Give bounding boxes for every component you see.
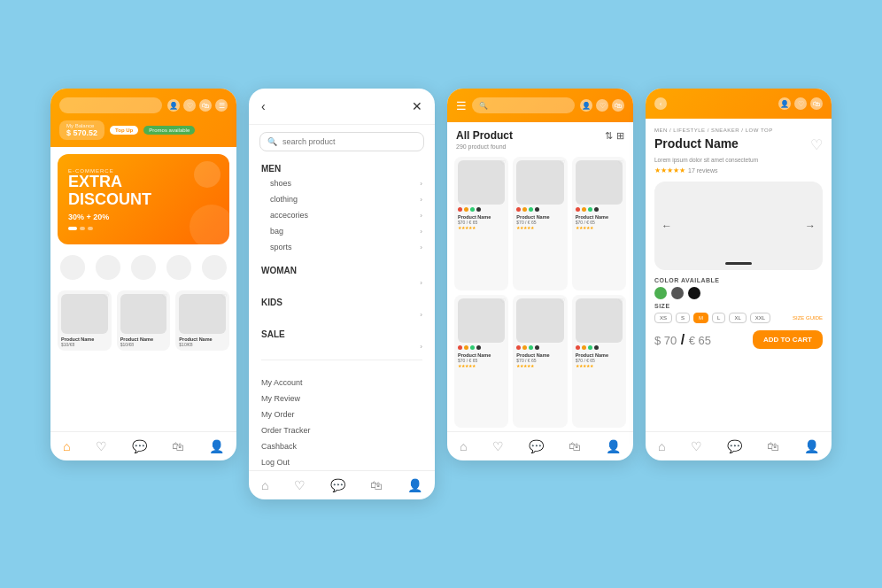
nav-chat[interactable]: 💬 xyxy=(529,439,544,453)
nav-cart[interactable]: 🛍 xyxy=(172,439,184,453)
back-button[interactable]: ‹ xyxy=(261,99,266,113)
cart-icon[interactable]: 🛍 xyxy=(612,99,624,112)
color-label: COLOR AVAILABLE xyxy=(654,277,823,283)
cat-icon[interactable] xyxy=(166,255,191,280)
product-card[interactable]: ♡ Product Name $70 / € 65 ★★★★★ xyxy=(454,157,508,290)
wishlist-button[interactable]: ♡ xyxy=(104,293,109,300)
wishlist-button[interactable]: ♡ xyxy=(500,159,506,166)
heart-icon[interactable]: ♡ xyxy=(794,97,807,110)
nav-profile[interactable]: 👤 xyxy=(407,478,422,492)
menu-btn[interactable]: ☰ xyxy=(456,99,467,112)
menu-item-shoes[interactable]: shoes› xyxy=(261,175,422,191)
wishlist-button[interactable]: ♡ xyxy=(162,293,167,300)
wishlist-button[interactable]: ♡ xyxy=(618,298,623,305)
nav-profile[interactable]: 👤 xyxy=(606,439,621,453)
dot-2 xyxy=(80,227,85,230)
size-l[interactable]: L xyxy=(712,313,725,323)
product-image xyxy=(179,294,226,334)
prev-image-button[interactable]: ← xyxy=(662,220,672,232)
nav-chat[interactable]: 💬 xyxy=(330,478,345,492)
nav-cart[interactable]: 🛍 xyxy=(370,478,383,492)
product-image xyxy=(516,298,563,343)
cart-icon[interactable]: 🛍 xyxy=(199,99,212,112)
cat-icon[interactable] xyxy=(131,255,156,280)
nav-wishlist[interactable]: ♡ xyxy=(492,439,504,453)
cart-icon[interactable]: 🛍 xyxy=(810,97,823,110)
wishlist-button[interactable]: ♡ xyxy=(221,293,227,300)
back-button[interactable]: ‹ xyxy=(654,97,667,110)
color-swatch-black[interactable] xyxy=(688,287,700,299)
user-icon[interactable]: 👤 xyxy=(778,97,791,110)
cat-icon[interactable] xyxy=(60,255,85,280)
nav-profile[interactable]: 👤 xyxy=(209,439,224,453)
heart-icon[interactable]: ♡ xyxy=(596,99,608,112)
product-card[interactable]: ♡ Product Name $10/€8 xyxy=(58,290,112,351)
size-xl[interactable]: XL xyxy=(729,313,746,323)
search-input[interactable] xyxy=(282,137,416,146)
nav-profile[interactable]: 👤 xyxy=(804,439,819,453)
nav-home[interactable]: ⌂ xyxy=(658,439,665,453)
size-guide-link[interactable]: SIZE GUIDE xyxy=(793,315,823,321)
wishlist-button[interactable]: ♡ xyxy=(810,136,823,153)
wishlist-button[interactable]: ♡ xyxy=(618,159,623,166)
user-icon[interactable]: 👤 xyxy=(580,99,592,112)
color-dot xyxy=(516,207,521,212)
color-swatch-gray[interactable] xyxy=(671,287,684,299)
link-my-review[interactable]: My Review xyxy=(261,391,422,406)
cat-icon[interactable] xyxy=(202,255,227,280)
product-card[interactable]: ♡ Product Name $10/€8 xyxy=(117,290,171,351)
size-m[interactable]: M xyxy=(693,313,708,323)
filter-icon[interactable]: ⊞ xyxy=(616,130,624,142)
close-button[interactable]: ✕ xyxy=(412,99,422,113)
size-s[interactable]: S xyxy=(676,313,690,323)
nav-chat[interactable]: 💬 xyxy=(727,439,742,453)
product-card[interactable]: ♡ Product Name $70 / € 65 ★★★★★ xyxy=(572,157,626,290)
size-xxl[interactable]: XXL xyxy=(750,313,770,323)
heart-icon[interactable]: ♡ xyxy=(183,99,196,112)
menu-item-kids[interactable]: › xyxy=(249,309,435,321)
top-up-button[interactable]: Top Up xyxy=(110,126,138,135)
link-my-account[interactable]: My Account xyxy=(261,375,422,391)
menu-item-woman[interactable]: › xyxy=(249,277,435,289)
cat-icon[interactable] xyxy=(96,255,120,280)
nav-cart[interactable]: 🛍 xyxy=(767,439,779,453)
nav-home[interactable]: ⌂ xyxy=(261,478,268,492)
menu-icon[interactable]: ☰ xyxy=(215,99,228,112)
product-card[interactable]: ♡ Product Name $70 / € 65 ★★★★★ xyxy=(513,157,567,290)
all-product-search[interactable]: 🔍 xyxy=(472,97,575,113)
menu-item-bag[interactable]: bag› xyxy=(261,223,422,239)
nav-home[interactable]: ⌂ xyxy=(460,439,467,453)
home-search-bar[interactable] xyxy=(59,97,162,113)
wishlist-button[interactable]: ♡ xyxy=(560,298,565,305)
wishlist-button[interactable]: ♡ xyxy=(560,159,565,166)
menu-item-accessories[interactable]: accecories› xyxy=(261,207,422,223)
sort-icon[interactable]: ⇅ xyxy=(605,130,613,142)
next-image-button[interactable]: → xyxy=(805,220,816,232)
link-logout[interactable]: Log Out xyxy=(261,454,422,470)
nav-cart[interactable]: 🛍 xyxy=(569,439,581,453)
link-order-tracker[interactable]: Order Tracker xyxy=(261,422,422,438)
product-card[interactable]: ♡ Product Name $70 / € 65 ★★★★★ xyxy=(454,295,508,429)
size-xs[interactable]: XS xyxy=(654,313,672,323)
color-options xyxy=(576,207,623,212)
color-swatch-green[interactable] xyxy=(654,287,667,299)
menu-item-clothing[interactable]: clothing› xyxy=(261,191,422,207)
search-bar[interactable]: 🔍 xyxy=(259,132,424,151)
add-to-cart-button[interactable]: ADD TO CART xyxy=(753,330,823,349)
nav-wishlist[interactable]: ♡ xyxy=(691,439,702,453)
link-cashback[interactable]: Cashback xyxy=(261,438,422,454)
nav-wishlist[interactable]: ♡ xyxy=(96,439,107,453)
product-card[interactable]: ♡ Product Name $70 / € 65 ★★★★★ xyxy=(513,295,567,429)
product-card[interactable]: ♡ Product Name $70 / € 65 ★★★★★ xyxy=(572,295,626,429)
nav-home[interactable]: ⌂ xyxy=(63,439,70,453)
product-card[interactable]: ♡ Product Name $10/€8 xyxy=(175,290,229,351)
promo-badge: Promos available xyxy=(143,126,195,135)
screen-all-product: ☰ 🔍 👤 ♡ 🛍 All Product ⇅ ⊞ 290 product fo… xyxy=(447,89,633,460)
nav-wishlist[interactable]: ♡ xyxy=(294,478,306,492)
menu-item-sale[interactable]: › xyxy=(249,341,435,352)
link-my-order[interactable]: My Order xyxy=(261,406,422,422)
wishlist-button[interactable]: ♡ xyxy=(500,298,506,305)
user-icon[interactable]: 👤 xyxy=(167,99,180,112)
menu-item-sports[interactable]: sports› xyxy=(261,239,422,255)
nav-chat[interactable]: 💬 xyxy=(132,439,147,453)
